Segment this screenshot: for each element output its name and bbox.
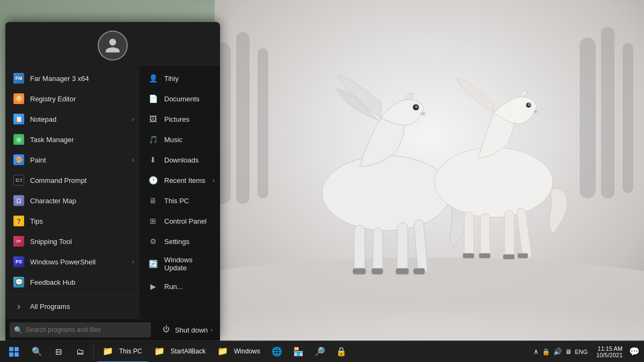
search-input[interactable] [26, 326, 147, 334]
documents-icon: 📄 [147, 93, 159, 105]
taskbar-search-button[interactable]: 🔍 [27, 341, 47, 363]
security-icon: 🔒 [335, 346, 347, 358]
menu-item-music[interactable]: 🎵 Music [140, 129, 220, 150]
tips-icon: ? [13, 215, 25, 227]
taskbar-separator [93, 344, 94, 360]
svg-rect-16 [413, 268, 425, 275]
menu-item-settings[interactable]: ⚙ Settings [140, 231, 220, 252]
menu-item-registry-editor[interactable]: ⚙ Registry Editor [5, 88, 140, 109]
menu-item-all-programs[interactable]: › All Programs [5, 294, 140, 316]
menu-item-far-manager[interactable]: FM Far Manager 3 x64 [5, 68, 140, 88]
menu-item-run[interactable]: ▶ Run... [140, 276, 220, 297]
tray-chevron[interactable]: ∧ [533, 348, 539, 356]
downloads-icon: ⬇ [147, 154, 159, 166]
magnifier-icon: 🔎 [314, 346, 326, 358]
windows-taskbar-icon: 📁 [217, 346, 228, 356]
menu-item-control-panel[interactable]: ⊞ Control Panel [140, 211, 220, 231]
taskbar-app-startallback[interactable]: 📁 StartAllBack [149, 341, 211, 363]
notification-button[interactable]: 💬 [629, 346, 640, 357]
clock[interactable]: 11:15 AM 10/5/2021 [592, 345, 627, 358]
paint-arrow: › [132, 157, 134, 163]
tray-language-label[interactable]: ENG [575, 349, 588, 355]
svg-rect-3 [236, 32, 250, 204]
taskbar-security-button[interactable]: 🔒 [331, 341, 352, 363]
search-taskbar-icon: 🔍 [31, 346, 43, 358]
tray-volume-icon[interactable]: 🔊 [553, 348, 562, 356]
menu-item-tihiy[interactable]: 👤 Tihiy [140, 68, 220, 88]
menu-item-recent-items[interactable]: 🕐 Recent Items › [140, 170, 220, 190]
menu-item-character-map[interactable]: Ω Character Map [5, 190, 140, 211]
recent-items-arrow: › [213, 177, 215, 183]
taskbar-left: 🔍 ⊟ 🗂 📁 This PC 📁 StartAllBack [0, 341, 531, 363]
svg-point-31 [534, 110, 538, 113]
store-icon: 🏪 [292, 346, 304, 358]
svg-rect-27 [503, 254, 515, 260]
menu-item-snipping-tool[interactable]: ✂ Snipping Tool [5, 231, 140, 252]
taskbar-magnifier-button[interactable]: 🔎 [310, 341, 330, 363]
search-box[interactable]: 🔍 [10, 322, 151, 337]
taskbar-app-windows[interactable]: 📁 Windows [212, 341, 266, 363]
svg-rect-23 [504, 210, 514, 258]
music-icon: 🎵 [147, 134, 159, 145]
svg-point-8 [322, 156, 451, 231]
shutdown-arrow: › [210, 327, 213, 333]
taskbar-store-button[interactable]: 🏪 [288, 341, 309, 363]
svg-rect-25 [463, 253, 474, 258]
desktop: FM Far Manager 3 x64 ⚙ Registry Editor 📋… [0, 0, 644, 362]
taskbar-app-this-pc[interactable]: 📁 This PC [97, 341, 148, 363]
start-button[interactable] [2, 341, 26, 363]
tray-lock-icon[interactable]: 🔒 [542, 348, 550, 356]
svg-point-19 [421, 112, 425, 115]
win-logo-bl [9, 352, 13, 357]
shutdown-icon: ⏻ [163, 325, 172, 335]
menu-item-command-prompt[interactable]: C:\ Command Prompt [5, 170, 140, 190]
shutdown-button[interactable]: ⏻ Shut down › [155, 319, 220, 341]
start-menu: FM Far Manager 3 x64 ⚙ Registry Editor 📋… [5, 22, 220, 341]
user-icon [104, 37, 121, 54]
menu-item-notepad[interactable]: 📋 Notepad › [5, 109, 140, 129]
user-avatar[interactable] [98, 31, 128, 61]
clock-date: 10/5/2021 [596, 352, 623, 358]
svg-rect-21 [464, 212, 474, 257]
taskbar-edge-button[interactable]: 🌐 [267, 341, 287, 363]
menu-item-pictures[interactable]: 🖼 Pictures [140, 109, 220, 129]
this-pc-icon: 🖥 [147, 195, 159, 206]
menu-item-tips[interactable]: ? Tips [5, 211, 140, 231]
win-logo-tl [9, 347, 13, 351]
svg-rect-11 [397, 223, 408, 274]
svg-point-1 [215, 257, 644, 343]
menu-item-paint[interactable]: 🎨 Paint › [5, 150, 140, 170]
paint-icon: 🎨 [13, 154, 25, 166]
menu-item-task-manager[interactable]: ⊞ Task Manager [5, 129, 140, 150]
svg-rect-22 [480, 213, 490, 257]
notepad-arrow: › [132, 116, 134, 122]
powershell-icon: PS [13, 256, 25, 268]
svg-rect-15 [396, 268, 409, 275]
run-icon: ▶ [147, 280, 159, 292]
menu-item-feedback-hub[interactable]: 💬 Feedback Hub [5, 272, 140, 292]
svg-rect-13 [353, 268, 366, 275]
menu-item-powershell[interactable]: PS Windows PowerShell › [5, 252, 140, 272]
svg-rect-6 [601, 27, 614, 198]
svg-point-20 [435, 147, 553, 217]
edge-icon: 🌐 [271, 346, 283, 358]
clock-time: 11:15 AM [596, 345, 623, 352]
taskbar-explorer-button[interactable]: 🗂 [70, 341, 90, 363]
startallback-taskbar-icon: 📁 [154, 346, 165, 356]
tray-monitor-icon[interactable]: 🖥 [565, 348, 572, 356]
search-icon: 🔍 [14, 326, 23, 334]
this-pc-taskbar-label: This PC [119, 348, 142, 355]
menu-item-windows-update[interactable]: 🔄 Windows Update [140, 252, 220, 276]
startallback-taskbar-label: StartAllBack [171, 348, 206, 355]
svg-rect-9 [354, 225, 365, 274]
taskbar-taskview-button[interactable]: ⊟ [48, 341, 69, 363]
user-section [5, 22, 220, 66]
svg-rect-14 [371, 268, 383, 275]
menu-item-this-pc[interactable]: 🖥 This PC [140, 190, 220, 211]
menu-item-downloads[interactable]: ⬇ Downloads [140, 150, 220, 170]
svg-point-30 [528, 104, 530, 106]
this-pc-taskbar-icon: 📁 [103, 346, 113, 356]
menu-item-documents[interactable]: 📄 Documents [140, 88, 220, 109]
task-manager-icon: ⊞ [13, 134, 25, 145]
tihiy-icon: 👤 [147, 72, 159, 84]
